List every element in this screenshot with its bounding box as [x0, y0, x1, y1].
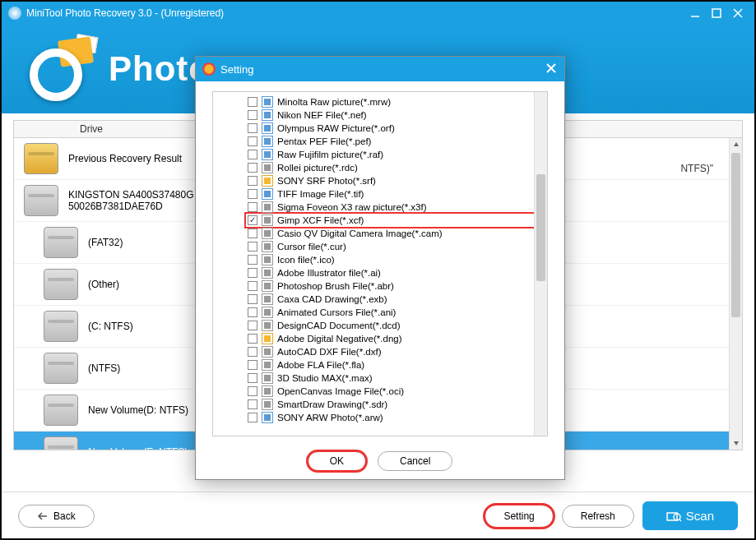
filetype-item[interactable]: Icon file(*.ico) — [248, 253, 547, 266]
filetype-checkbox[interactable] — [248, 228, 257, 238]
filetype-label: Cursor file(*.cur) — [277, 242, 346, 252]
filetype-checkbox[interactable] — [248, 347, 257, 357]
filetype-checkbox[interactable] — [248, 294, 257, 304]
filetype-item[interactable]: Adobe Illustrator file(*.ai) — [248, 266, 547, 279]
filetype-checkbox[interactable] — [248, 281, 257, 291]
filetype-icon — [262, 136, 273, 147]
filetype-item[interactable]: Rollei picture(*.rdc) — [248, 161, 547, 174]
filetype-icon — [262, 109, 273, 121]
filetype-item[interactable]: SmartDraw Drawing(*.sdr) — [248, 398, 547, 411]
drive-label: (C: NTFS) — [88, 321, 133, 332]
filetype-label: TIFF Image File(*.tif) — [277, 189, 364, 199]
drive-label: New Volume(D: NTFS) — [88, 404, 188, 416]
drive-label: (FAT32) — [88, 237, 123, 248]
filetype-icon — [262, 96, 273, 108]
app-logo — [26, 32, 100, 106]
cancel-button[interactable]: Cancel — [378, 451, 452, 471]
footer: Back Setting Refresh Scan — [2, 492, 754, 539]
filetype-checkbox[interactable] — [248, 123, 257, 133]
filetype-checkbox[interactable] — [248, 242, 257, 252]
filetype-checkbox[interactable] — [248, 334, 257, 344]
setting-button[interactable]: Setting — [485, 505, 553, 528]
filetype-label: Icon file(*.ico) — [277, 255, 335, 265]
filetype-checkbox[interactable] — [248, 399, 257, 409]
filetype-item[interactable]: Minolta Raw picture(*.mrw) — [248, 95, 547, 108]
filetype-checkbox[interactable] — [248, 255, 257, 265]
dialog-icon — [202, 62, 216, 76]
refresh-button[interactable]: Refresh — [562, 505, 634, 528]
filetype-item[interactable]: 3D Studio MAX(*.max) — [248, 372, 547, 385]
filetype-item[interactable]: Raw Fujifilm picture(*.raf) — [248, 148, 547, 161]
filetype-checkbox[interactable] — [248, 360, 257, 370]
setting-dialog: Setting Minolta Raw picture(*.mrw)Nikon … — [195, 56, 565, 480]
svg-line-6 — [679, 519, 681, 521]
filetype-item[interactable]: TIFF Image File(*.tif) — [248, 187, 547, 201]
minimize-button[interactable] — [685, 3, 705, 23]
back-button[interactable]: Back — [18, 505, 95, 528]
filetype-item[interactable]: SONY SRF Photo(*.srf) — [248, 174, 547, 187]
filetype-label: Pentax PEF File(*.pef) — [277, 136, 371, 146]
scan-icon — [666, 510, 681, 522]
filetype-checkbox[interactable] — [248, 150, 257, 159]
filetype-checkbox[interactable] — [248, 97, 257, 107]
filetype-item[interactable]: Animated Cursors File(*.ani) — [248, 306, 547, 319]
filetype-checkbox[interactable] — [248, 176, 257, 186]
titlebar: MiniTool Photo Recovery 3.0 - (Unregiste… — [2, 2, 754, 25]
filetype-item[interactable]: Olympus RAW Picture(*.orf) — [248, 122, 547, 135]
filetype-checkbox[interactable] — [248, 386, 257, 396]
filetype-icon — [262, 372, 273, 384]
filetype-icon — [262, 412, 273, 423]
filetype-checkbox[interactable] — [248, 136, 257, 146]
dialog-title: Setting — [220, 63, 545, 76]
scroll-up-icon[interactable] — [730, 138, 742, 151]
filetype-item[interactable]: Photoshop Brush File(*.abr) — [248, 279, 547, 293]
filetype-icon — [262, 162, 273, 173]
filetype-icon — [262, 359, 273, 371]
drive-right-info: NTFS)" — [680, 163, 713, 174]
close-button[interactable] — [728, 3, 748, 23]
filetype-item[interactable]: Adobe FLA File(*.fla) — [248, 358, 547, 372]
filetype-item[interactable]: Sigma Foveon X3 raw picture(*.x3f) — [248, 201, 547, 214]
tree-scrollbar[interactable] — [534, 92, 547, 436]
filetype-checkbox[interactable] — [248, 268, 257, 278]
drive-scrollbar[interactable] — [729, 138, 742, 450]
filetype-checkbox[interactable] — [248, 373, 257, 383]
filetype-checkbox[interactable] — [248, 163, 257, 173]
filetype-item[interactable]: Pentax PEF File(*.pef) — [248, 135, 547, 148]
filetype-item[interactable]: AutoCAD DXF File(*.dxf) — [248, 345, 547, 358]
back-arrow-icon — [37, 511, 49, 521]
filetype-item[interactable]: DesignCAD Document(*.dcd) — [248, 319, 547, 332]
col-drive[interactable]: Drive — [14, 123, 169, 135]
drive-sublabel: 50026B7381DAE76D — [68, 201, 203, 212]
filetype-item[interactable]: Casio QV Digital Camera Image(*.cam) — [248, 227, 547, 240]
filetype-item[interactable]: OpenCanvas Image File(*.oci) — [248, 385, 547, 398]
filetype-checkbox[interactable] — [248, 110, 257, 120]
dialog-close-button[interactable] — [545, 62, 558, 77]
filetype-checkbox[interactable] — [248, 215, 257, 225]
filetype-checkbox[interactable] — [248, 202, 257, 212]
filetype-label: Adobe Digital Negative(*.dng) — [277, 334, 402, 344]
filetype-item[interactable]: Adobe Digital Negative(*.dng) — [248, 332, 547, 345]
scan-button[interactable]: Scan — [642, 501, 738, 530]
disk-icon — [24, 185, 58, 216]
filetype-label: Caxa CAD Drawing(*.exb) — [277, 294, 387, 304]
filetype-item[interactable]: Gimp XCF File(*.xcf) — [246, 214, 547, 227]
filetype-checkbox[interactable] — [248, 307, 257, 317]
filetype-checkbox[interactable] — [248, 413, 257, 422]
filetype-item[interactable]: SONY ARW Photo(*.arw) — [248, 411, 547, 424]
app-icon — [8, 7, 21, 20]
filetype-icon — [262, 280, 273, 292]
filetype-checkbox[interactable] — [248, 321, 257, 330]
filetype-item[interactable]: Caxa CAD Drawing(*.exb) — [248, 293, 547, 306]
scroll-thumb[interactable] — [731, 153, 740, 317]
filetype-item[interactable]: Cursor file(*.cur) — [248, 240, 547, 253]
scroll-down-icon[interactable] — [730, 436, 742, 450]
ok-button[interactable]: OK — [308, 451, 366, 471]
filetype-item[interactable]: Nikon NEF File(*.nef) — [248, 108, 547, 122]
disk-icon — [44, 227, 78, 258]
maximize-button[interactable] — [707, 3, 726, 23]
filetype-label: AutoCAD DXF File(*.dxf) — [277, 347, 382, 357]
filetype-icon — [262, 241, 273, 252]
tree-scroll-thumb[interactable] — [536, 174, 545, 281]
filetype-checkbox[interactable] — [248, 189, 257, 199]
